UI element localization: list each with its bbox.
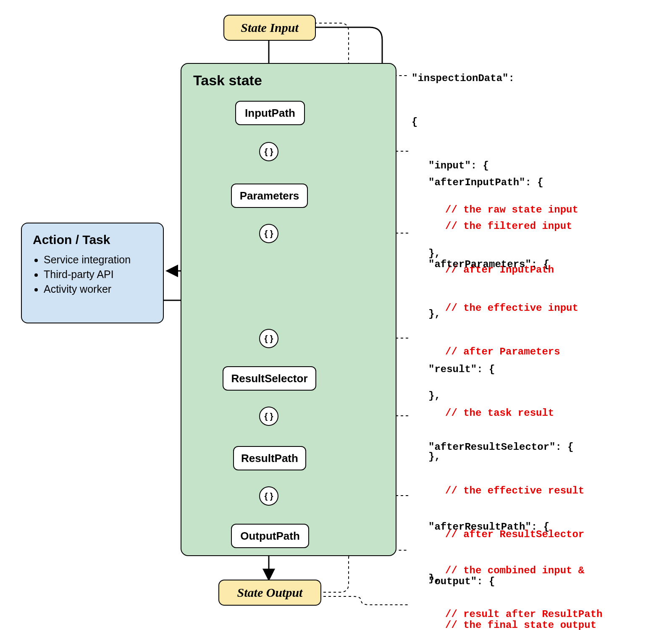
code-inspection-key: "inspectionData":: [412, 71, 578, 86]
diagram-canvas: Task state State Input State Output Inpu…: [0, 0, 672, 630]
code-out-key: "output": {: [412, 575, 596, 589]
braces-after-resultselector: { }: [259, 407, 278, 426]
step-resultpath: ResultPath: [233, 446, 306, 470]
code-aip-key: "afterInputPath": {: [412, 176, 572, 190]
code-res-key: "result": {: [412, 362, 554, 377]
braces-after-parameters: { }: [259, 224, 278, 243]
braces-after-resultpath: { }: [259, 486, 278, 506]
code-ars-key: "afterResultSelector": {: [412, 440, 584, 455]
code-ap-key: "afterParameters": {: [412, 257, 578, 272]
code-open-brace: {: [412, 115, 578, 130]
code-ap-c1: // the effective input: [412, 301, 578, 316]
state-output-box: State Output: [218, 580, 321, 606]
action-item-api: Third-party API: [44, 268, 152, 281]
code-arp-key: "afterResultPath": {: [412, 520, 602, 535]
action-title: Action / Task: [33, 233, 152, 247]
action-item-service: Service integration: [44, 254, 152, 266]
action-task-box: Action / Task Service integration Third-…: [21, 223, 164, 323]
task-state-panel: [181, 63, 396, 556]
step-inputpath: InputPath: [235, 101, 305, 125]
code-out-c1: // the final state output: [412, 618, 596, 630]
braces-after-inputpath: { }: [259, 142, 278, 161]
step-outputpath: OutputPath: [231, 524, 309, 548]
action-list: Service integration Third-party API Acti…: [33, 254, 152, 295]
code-output: "output": { // the final state output } …: [412, 545, 596, 630]
braces-result: { }: [259, 329, 278, 348]
step-parameters: Parameters: [231, 184, 308, 208]
action-item-worker: Activity worker: [44, 283, 152, 295]
task-state-title: Task state: [193, 72, 262, 89]
step-resultselector: ResultSelector: [223, 366, 316, 391]
state-input-box: State Input: [223, 15, 316, 41]
